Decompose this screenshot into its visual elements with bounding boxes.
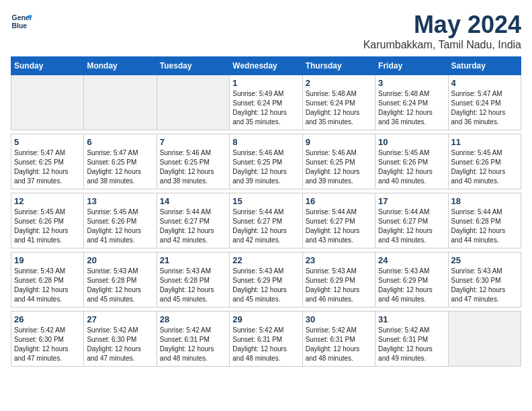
day-detail: Sunrise: 5:44 AM Sunset: 6:27 PM Dayligh… xyxy=(306,208,372,245)
day-detail: Sunrise: 5:42 AM Sunset: 6:31 PM Dayligh… xyxy=(160,326,226,363)
day-detail: Sunrise: 5:45 AM Sunset: 6:26 PM Dayligh… xyxy=(87,208,153,245)
table-row: 7Sunrise: 5:46 AM Sunset: 6:25 PM Daylig… xyxy=(157,134,229,189)
day-detail: Sunrise: 5:43 AM Sunset: 6:29 PM Dayligh… xyxy=(378,267,445,304)
day-detail: Sunrise: 5:45 AM Sunset: 6:26 PM Dayligh… xyxy=(14,208,81,245)
svg-text:Blue: Blue xyxy=(12,22,28,30)
table-row: 23Sunrise: 5:43 AM Sunset: 6:29 PM Dayli… xyxy=(302,253,375,308)
day-number: 4 xyxy=(451,78,518,88)
page-title: May 2024 xyxy=(363,11,521,39)
table-row xyxy=(157,75,229,130)
table-row: 26Sunrise: 5:42 AM Sunset: 6:30 PM Dayli… xyxy=(11,312,84,367)
day-detail: Sunrise: 5:42 AM Sunset: 6:31 PM Dayligh… xyxy=(378,326,445,363)
page-subtitle: Karumbakkam, Tamil Nadu, India xyxy=(363,39,521,51)
day-detail: Sunrise: 5:43 AM Sunset: 6:28 PM Dayligh… xyxy=(14,267,81,304)
day-detail: Sunrise: 5:42 AM Sunset: 6:31 PM Dayligh… xyxy=(306,326,372,363)
table-row: 28Sunrise: 5:42 AM Sunset: 6:31 PM Dayli… xyxy=(157,312,229,367)
day-detail: Sunrise: 5:42 AM Sunset: 6:30 PM Dayligh… xyxy=(14,326,81,363)
day-detail: Sunrise: 5:42 AM Sunset: 6:30 PM Dayligh… xyxy=(87,326,153,363)
day-detail: Sunrise: 5:44 AM Sunset: 6:27 PM Dayligh… xyxy=(378,208,445,245)
col-tuesday: Tuesday xyxy=(157,57,229,75)
day-number: 7 xyxy=(160,137,226,147)
day-number: 21 xyxy=(160,255,226,265)
table-row: 5Sunrise: 5:47 AM Sunset: 6:25 PM Daylig… xyxy=(11,134,84,189)
table-row xyxy=(11,75,84,130)
day-number: 23 xyxy=(306,255,372,265)
day-number: 14 xyxy=(160,196,226,206)
day-detail: Sunrise: 5:46 AM Sunset: 6:25 PM Dayligh… xyxy=(306,148,372,186)
day-number: 8 xyxy=(232,137,299,147)
table-row: 11Sunrise: 5:45 AM Sunset: 6:26 PM Dayli… xyxy=(448,134,521,189)
day-number: 18 xyxy=(451,196,518,206)
day-number: 16 xyxy=(306,196,372,206)
day-number: 29 xyxy=(232,314,299,324)
table-row: 18Sunrise: 5:44 AM Sunset: 6:28 PM Dayli… xyxy=(448,193,521,248)
day-number: 30 xyxy=(306,314,372,324)
calendar-week-3: 12Sunrise: 5:45 AM Sunset: 6:26 PM Dayli… xyxy=(11,193,521,248)
day-detail: Sunrise: 5:45 AM Sunset: 6:26 PM Dayligh… xyxy=(378,148,445,186)
day-detail: Sunrise: 5:46 AM Sunset: 6:25 PM Dayligh… xyxy=(232,148,299,186)
day-detail: Sunrise: 5:43 AM Sunset: 6:29 PM Dayligh… xyxy=(306,267,372,304)
col-sunday: Sunday xyxy=(11,57,84,75)
day-number: 20 xyxy=(87,255,153,265)
day-detail: Sunrise: 5:44 AM Sunset: 6:27 PM Dayligh… xyxy=(160,208,226,245)
day-detail: Sunrise: 5:47 AM Sunset: 6:24 PM Dayligh… xyxy=(451,89,518,127)
calendar-week-1: 1Sunrise: 5:49 AM Sunset: 6:24 PM Daylig… xyxy=(11,75,521,130)
col-thursday: Thursday xyxy=(302,57,375,75)
day-detail: Sunrise: 5:43 AM Sunset: 6:28 PM Dayligh… xyxy=(87,267,153,304)
day-number: 11 xyxy=(451,137,518,147)
day-number: 5 xyxy=(14,137,81,147)
day-detail: Sunrise: 5:43 AM Sunset: 6:28 PM Dayligh… xyxy=(160,267,226,304)
day-detail: Sunrise: 5:43 AM Sunset: 6:29 PM Dayligh… xyxy=(232,267,299,304)
table-row: 24Sunrise: 5:43 AM Sunset: 6:29 PM Dayli… xyxy=(375,253,448,308)
day-detail: Sunrise: 5:49 AM Sunset: 6:24 PM Dayligh… xyxy=(232,89,299,127)
table-row: 25Sunrise: 5:43 AM Sunset: 6:30 PM Dayli… xyxy=(448,253,521,308)
day-detail: Sunrise: 5:45 AM Sunset: 6:26 PM Dayligh… xyxy=(451,148,518,186)
table-row xyxy=(84,75,157,130)
day-number: 13 xyxy=(87,196,153,206)
table-row: 10Sunrise: 5:45 AM Sunset: 6:26 PM Dayli… xyxy=(375,134,448,189)
col-friday: Friday xyxy=(375,57,448,75)
day-number: 27 xyxy=(87,314,153,324)
title-block: May 2024 Karumbakkam, Tamil Nadu, India xyxy=(363,11,521,51)
table-row: 1Sunrise: 5:49 AM Sunset: 6:24 PM Daylig… xyxy=(230,75,302,130)
table-row: 9Sunrise: 5:46 AM Sunset: 6:25 PM Daylig… xyxy=(302,134,375,189)
table-row: 22Sunrise: 5:43 AM Sunset: 6:29 PM Dayli… xyxy=(230,253,302,308)
day-number: 17 xyxy=(378,196,445,206)
day-detail: Sunrise: 5:44 AM Sunset: 6:27 PM Dayligh… xyxy=(232,208,299,245)
table-row: 13Sunrise: 5:45 AM Sunset: 6:26 PM Dayli… xyxy=(84,193,157,248)
calendar-header-row: Sunday Monday Tuesday Wednesday Thursday… xyxy=(11,57,521,75)
col-saturday: Saturday xyxy=(448,57,521,75)
day-detail: Sunrise: 5:43 AM Sunset: 6:30 PM Dayligh… xyxy=(451,267,518,304)
table-row: 14Sunrise: 5:44 AM Sunset: 6:27 PM Dayli… xyxy=(157,193,229,248)
day-number: 31 xyxy=(378,314,445,324)
day-number: 9 xyxy=(306,137,372,147)
table-row: 20Sunrise: 5:43 AM Sunset: 6:28 PM Dayli… xyxy=(84,253,157,308)
day-number: 2 xyxy=(306,78,372,88)
day-detail: Sunrise: 5:42 AM Sunset: 6:31 PM Dayligh… xyxy=(232,326,299,363)
day-detail: Sunrise: 5:48 AM Sunset: 6:24 PM Dayligh… xyxy=(378,89,445,127)
day-number: 26 xyxy=(14,314,81,324)
page-header: General Blue May 2024 Karumbakkam, Tamil… xyxy=(11,11,521,51)
day-detail: Sunrise: 5:46 AM Sunset: 6:25 PM Dayligh… xyxy=(160,148,226,186)
table-row: 17Sunrise: 5:44 AM Sunset: 6:27 PM Dayli… xyxy=(375,193,448,248)
table-row: 21Sunrise: 5:43 AM Sunset: 6:28 PM Dayli… xyxy=(157,253,229,308)
table-row: 15Sunrise: 5:44 AM Sunset: 6:27 PM Dayli… xyxy=(230,193,302,248)
table-row: 3Sunrise: 5:48 AM Sunset: 6:24 PM Daylig… xyxy=(375,75,448,130)
day-detail: Sunrise: 5:48 AM Sunset: 6:24 PM Dayligh… xyxy=(306,89,372,127)
table-row: 2Sunrise: 5:48 AM Sunset: 6:24 PM Daylig… xyxy=(302,75,375,130)
day-detail: Sunrise: 5:44 AM Sunset: 6:28 PM Dayligh… xyxy=(451,208,518,245)
day-number: 10 xyxy=(378,137,445,147)
day-number: 1 xyxy=(232,78,299,88)
col-wednesday: Wednesday xyxy=(230,57,302,75)
logo-icon: General Blue xyxy=(11,11,32,32)
day-number: 28 xyxy=(160,314,226,324)
table-row: 4Sunrise: 5:47 AM Sunset: 6:24 PM Daylig… xyxy=(448,75,521,130)
day-detail: Sunrise: 5:47 AM Sunset: 6:25 PM Dayligh… xyxy=(14,148,81,186)
table-row: 30Sunrise: 5:42 AM Sunset: 6:31 PM Dayli… xyxy=(302,312,375,367)
table-row: 19Sunrise: 5:43 AM Sunset: 6:28 PM Dayli… xyxy=(11,253,84,308)
table-row: 29Sunrise: 5:42 AM Sunset: 6:31 PM Dayli… xyxy=(230,312,302,367)
day-number: 6 xyxy=(87,137,153,147)
day-number: 3 xyxy=(378,78,445,88)
day-number: 24 xyxy=(378,255,445,265)
day-number: 15 xyxy=(232,196,299,206)
